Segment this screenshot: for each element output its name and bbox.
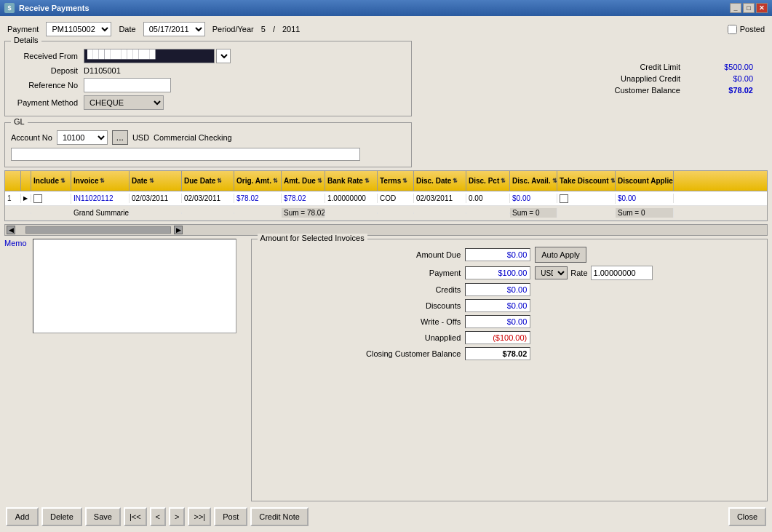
year-value: 2011 — [282, 25, 300, 33]
amount-selected-title: Amount for Selected Invoices — [258, 234, 367, 242]
close-window-button[interactable]: ✕ — [756, 3, 768, 13]
td-include[interactable] — [31, 194, 71, 204]
rate-label: Rate — [570, 269, 587, 277]
write-offs-label: Write - Offs — [259, 317, 466, 326]
td-sum-discount-applied: Sum = 0 — [616, 208, 674, 218]
credits-label: Credits — [259, 285, 466, 294]
td-grand-disc-date — [414, 213, 466, 214]
td-amt-due: $78.02 — [282, 194, 325, 203]
include-checkbox[interactable] — [33, 194, 42, 203]
scroll-left-button[interactable]: ◀ — [7, 226, 15, 234]
col-disc-pct: Disc. Pct⇅ — [466, 171, 510, 191]
td-take-discount[interactable] — [557, 194, 616, 204]
td-arrow[interactable]: ▶ — [21, 194, 31, 202]
date-label: Date — [119, 25, 135, 33]
td-due-date: 02/03/2011 — [182, 194, 234, 203]
unapplied-credit-value: $0.00 — [695, 74, 753, 83]
gl-text-input[interactable] — [11, 148, 360, 161]
title-bar: $ Receive Payments _ □ ✕ — [0, 0, 772, 16]
payment-row-label: Payment — [259, 269, 466, 277]
reference-no-label: Reference No — [11, 81, 84, 90]
discounts-label: Discounts — [259, 301, 466, 310]
deposit-label: Deposit — [11, 66, 84, 75]
td-grand-date — [130, 213, 182, 214]
closing-balance-value: $78.02 — [465, 347, 530, 360]
next-button[interactable]: > — [169, 507, 185, 526]
td-sum-disc-avail: Sum = 0 — [510, 208, 557, 218]
td-bank-rate: 1.00000000 — [325, 194, 378, 203]
scroll-right-button[interactable]: ▶ — [174, 226, 183, 234]
save-button[interactable]: Save — [85, 507, 121, 526]
app-icon: $ — [4, 3, 15, 13]
memo-textarea[interactable] — [33, 239, 236, 333]
period-value: 5 — [261, 25, 266, 33]
td-grand-take-discount — [557, 213, 616, 214]
close-button[interactable]: Close — [728, 507, 766, 526]
slash: / — [273, 25, 275, 33]
td-grand-due-date — [182, 213, 234, 214]
invoices-table: Include⇅ Invoice⇅ Date⇅ Due Date⇅ Orig. … — [4, 170, 768, 221]
col-discount-applied: Discount Applied⇅ — [616, 171, 674, 191]
td-date: 02/03/2011 — [130, 194, 182, 203]
col-arrow — [21, 171, 31, 191]
take-discount-checkbox[interactable] — [560, 194, 568, 203]
post-button[interactable]: Post — [214, 507, 247, 526]
prev-button[interactable]: < — [150, 507, 166, 526]
add-button[interactable]: Add — [6, 507, 39, 526]
maximize-button[interactable]: □ — [743, 3, 755, 13]
unapplied-label: Unapplied — [259, 333, 466, 342]
account-no-label: Account No — [11, 133, 52, 142]
payment-select[interactable]: PM1105002 — [46, 22, 111, 36]
table-header: Include⇅ Invoice⇅ Date⇅ Due Date⇅ Orig. … — [5, 171, 767, 191]
payment-method-select[interactable]: CHEQUE — [84, 95, 164, 110]
td-orig-amt: $78.02 — [234, 194, 282, 203]
delete-button[interactable]: Delete — [41, 507, 82, 526]
amount-due-label: Amount Due — [259, 250, 466, 259]
account-no-select[interactable]: 10100 — [57, 130, 108, 145]
col-due-date: Due Date⇅ — [182, 171, 234, 191]
info-panel: Credit Limit $500.00 Unapplied Credit $0… — [416, 41, 768, 116]
rate-input[interactable]: 1.00000000 — [591, 266, 653, 280]
credit-limit-value: $500.00 — [695, 63, 753, 71]
amount-due-value: $0.00 — [465, 248, 530, 261]
gl-section: GL Account No 10100 ... USD Commercial C… — [4, 122, 412, 167]
received-from-dropdown[interactable] — [216, 49, 231, 63]
currency-select[interactable]: USD — [535, 266, 568, 279]
table-row[interactable]: 1 ▶ IN11020112 02/03/2011 02/03/2011 $78… — [5, 191, 767, 206]
posted-checkbox[interactable] — [728, 25, 737, 34]
col-terms: Terms⇅ — [378, 171, 414, 191]
footer: Add Delete Save |<< < > >>| Post Credit … — [4, 504, 768, 528]
payment-row-value: $100.00 — [465, 266, 530, 279]
dots-button[interactable]: ... — [112, 130, 128, 145]
last-button[interactable]: >>| — [188, 507, 211, 526]
customer-balance-label: Customer Balance — [431, 86, 680, 95]
td-grand-bank-rate — [325, 213, 378, 214]
td-disc-pct: 0.00 — [466, 194, 510, 203]
date-select[interactable]: 05/17/2011 — [143, 22, 205, 36]
td-discount-applied: $0.00 — [616, 194, 674, 203]
col-num — [5, 171, 21, 191]
col-bank-rate: Bank Rate⇅ — [325, 171, 378, 191]
td-disc-avail: $0.00 — [510, 194, 557, 203]
gl-title: GL — [11, 117, 28, 126]
col-take-discount: Take Discount⇅ — [557, 171, 616, 191]
td-terms: COD — [378, 194, 414, 203]
currency-label: USD — [132, 133, 149, 142]
td-grand-label — [5, 213, 31, 214]
td-grand-include — [31, 213, 71, 214]
col-disc-avail: Disc. Avail.⇅ — [510, 171, 557, 191]
auto-apply-button[interactable]: Auto Apply — [535, 247, 586, 263]
credit-note-button[interactable]: Credit Note — [250, 507, 309, 526]
scroll-thumb[interactable] — [25, 226, 171, 234]
td-num: 1 — [5, 194, 21, 203]
horizontal-scrollbar[interactable]: ◀ ▶ — [4, 224, 768, 236]
reference-no-input[interactable] — [84, 78, 171, 92]
credits-value: $0.00 — [465, 283, 530, 296]
posted-label: Posted — [740, 25, 765, 33]
credit-limit-label: Credit Limit — [431, 63, 680, 71]
amount-selected-section: Amount for Selected Invoices Amount Due … — [251, 239, 768, 501]
minimize-button[interactable]: _ — [730, 3, 741, 13]
first-button[interactable]: |<< — [124, 507, 147, 526]
details-title: Details — [11, 36, 41, 44]
td-disc-date: 02/03/2011 — [414, 194, 466, 203]
